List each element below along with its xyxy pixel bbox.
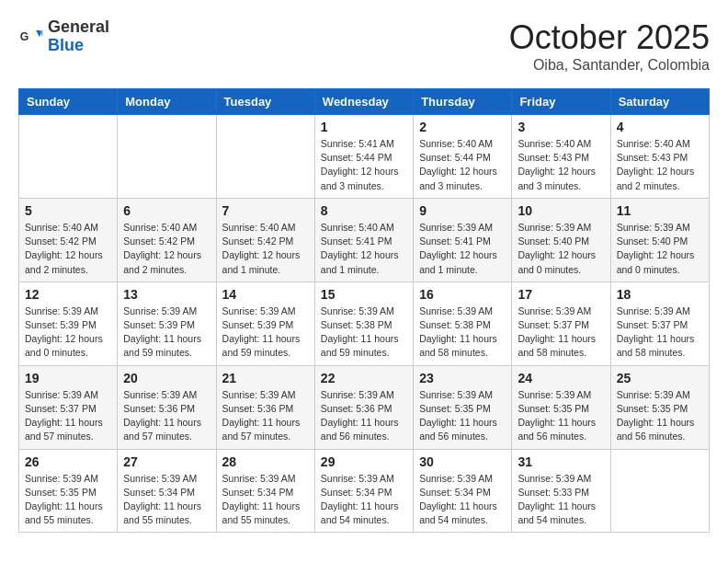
page-header: G General Blue October 2025 Oiba, Santan… <box>18 18 710 74</box>
logo: G General Blue <box>18 18 109 55</box>
svg-text:G: G <box>20 29 29 42</box>
day-number: 4 <box>617 120 703 134</box>
day-info: Sunrise: 5:39 AM Sunset: 5:36 PM Dayligh… <box>222 388 309 444</box>
weekday-header-sunday: Sunday <box>19 89 118 115</box>
week-row-1: 1Sunrise: 5:41 AM Sunset: 5:44 PM Daylig… <box>19 115 710 199</box>
day-info: Sunrise: 5:39 AM Sunset: 5:35 PM Dayligh… <box>617 388 703 444</box>
day-number: 24 <box>518 371 604 385</box>
day-number: 31 <box>518 454 604 469</box>
day-number: 20 <box>123 371 210 385</box>
day-info: Sunrise: 5:41 AM Sunset: 5:44 PM Dayligh… <box>321 137 407 193</box>
day-info: Sunrise: 5:39 AM Sunset: 5:38 PM Dayligh… <box>419 304 506 361</box>
day-info: Sunrise: 5:39 AM Sunset: 5:40 PM Dayligh… <box>518 221 604 277</box>
calendar-cell: 4Sunrise: 5:40 AM Sunset: 5:43 PM Daylig… <box>610 115 709 199</box>
day-info: Sunrise: 5:39 AM Sunset: 5:39 PM Dayligh… <box>222 304 309 361</box>
day-number: 29 <box>321 454 407 469</box>
calendar-cell: 19Sunrise: 5:39 AM Sunset: 5:37 PM Dayli… <box>19 365 118 449</box>
day-number: 8 <box>321 203 407 218</box>
logo-text: General Blue <box>48 18 109 55</box>
logo-blue: Blue <box>48 37 109 55</box>
day-info: Sunrise: 5:40 AM Sunset: 5:42 PM Dayligh… <box>123 221 210 277</box>
day-number: 27 <box>123 454 210 469</box>
day-info: Sunrise: 5:40 AM Sunset: 5:42 PM Dayligh… <box>25 221 111 277</box>
day-info: Sunrise: 5:39 AM Sunset: 5:39 PM Dayligh… <box>123 304 210 361</box>
day-info: Sunrise: 5:39 AM Sunset: 5:37 PM Dayligh… <box>25 388 111 444</box>
calendar-cell <box>610 449 709 533</box>
calendar-cell: 13Sunrise: 5:39 AM Sunset: 5:39 PM Dayli… <box>118 282 216 365</box>
day-info: Sunrise: 5:39 AM Sunset: 5:39 PM Dayligh… <box>25 304 111 361</box>
title-block: October 2025 Oiba, Santander, Colombia <box>509 18 710 74</box>
day-number: 15 <box>321 287 407 302</box>
calendar-cell: 20Sunrise: 5:39 AM Sunset: 5:36 PM Dayli… <box>118 365 216 449</box>
weekday-header-row: SundayMondayTuesdayWednesdayThursdayFrid… <box>19 89 710 115</box>
day-info: Sunrise: 5:39 AM Sunset: 5:33 PM Dayligh… <box>518 472 604 528</box>
day-number: 10 <box>518 203 604 218</box>
day-info: Sunrise: 5:40 AM Sunset: 5:43 PM Dayligh… <box>518 137 604 193</box>
day-number: 26 <box>25 454 111 469</box>
month-title: October 2025 <box>509 18 710 57</box>
calendar-cell: 26Sunrise: 5:39 AM Sunset: 5:35 PM Dayli… <box>19 449 118 533</box>
calendar-cell: 17Sunrise: 5:39 AM Sunset: 5:37 PM Dayli… <box>512 282 610 365</box>
day-info: Sunrise: 5:39 AM Sunset: 5:34 PM Dayligh… <box>123 472 210 528</box>
day-info: Sunrise: 5:39 AM Sunset: 5:34 PM Dayligh… <box>419 472 506 528</box>
week-row-4: 19Sunrise: 5:39 AM Sunset: 5:37 PM Dayli… <box>19 365 710 449</box>
day-number: 14 <box>222 287 309 302</box>
calendar-cell: 11Sunrise: 5:39 AM Sunset: 5:40 PM Dayli… <box>610 198 709 282</box>
calendar-cell: 5Sunrise: 5:40 AM Sunset: 5:42 PM Daylig… <box>19 198 118 282</box>
calendar-cell: 9Sunrise: 5:39 AM Sunset: 5:41 PM Daylig… <box>414 198 512 282</box>
day-number: 1 <box>321 120 407 134</box>
logo-icon: G <box>18 24 44 50</box>
day-number: 3 <box>518 120 604 134</box>
day-info: Sunrise: 5:39 AM Sunset: 5:36 PM Dayligh… <box>123 388 210 444</box>
logo-general: General <box>48 18 109 37</box>
day-number: 21 <box>222 371 309 385</box>
calendar-cell: 29Sunrise: 5:39 AM Sunset: 5:34 PM Dayli… <box>314 449 413 533</box>
calendar-cell: 21Sunrise: 5:39 AM Sunset: 5:36 PM Dayli… <box>216 365 314 449</box>
day-number: 16 <box>419 287 506 302</box>
day-info: Sunrise: 5:39 AM Sunset: 5:35 PM Dayligh… <box>518 388 604 444</box>
calendar-cell: 24Sunrise: 5:39 AM Sunset: 5:35 PM Dayli… <box>512 365 610 449</box>
weekday-header-monday: Monday <box>118 89 216 115</box>
calendar-cell: 6Sunrise: 5:40 AM Sunset: 5:42 PM Daylig… <box>118 198 216 282</box>
weekday-header-wednesday: Wednesday <box>314 89 413 115</box>
calendar-cell: 7Sunrise: 5:40 AM Sunset: 5:42 PM Daylig… <box>216 198 314 282</box>
calendar-cell <box>118 115 216 199</box>
day-info: Sunrise: 5:39 AM Sunset: 5:34 PM Dayligh… <box>222 472 309 528</box>
day-info: Sunrise: 5:40 AM Sunset: 5:42 PM Dayligh… <box>222 221 309 277</box>
calendar-cell: 28Sunrise: 5:39 AM Sunset: 5:34 PM Dayli… <box>216 449 314 533</box>
day-info: Sunrise: 5:39 AM Sunset: 5:40 PM Dayligh… <box>617 221 703 277</box>
day-info: Sunrise: 5:40 AM Sunset: 5:43 PM Dayligh… <box>617 137 703 193</box>
calendar-cell: 31Sunrise: 5:39 AM Sunset: 5:33 PM Dayli… <box>512 449 610 533</box>
calendar-cell: 25Sunrise: 5:39 AM Sunset: 5:35 PM Dayli… <box>610 365 709 449</box>
calendar-cell: 15Sunrise: 5:39 AM Sunset: 5:38 PM Dayli… <box>314 282 413 365</box>
calendar-cell: 2Sunrise: 5:40 AM Sunset: 5:44 PM Daylig… <box>414 115 512 199</box>
weekday-header-tuesday: Tuesday <box>216 89 314 115</box>
calendar-cell: 8Sunrise: 5:40 AM Sunset: 5:41 PM Daylig… <box>314 198 413 282</box>
day-info: Sunrise: 5:39 AM Sunset: 5:35 PM Dayligh… <box>25 472 111 528</box>
calendar-cell: 3Sunrise: 5:40 AM Sunset: 5:43 PM Daylig… <box>512 115 610 199</box>
calendar-cell: 23Sunrise: 5:39 AM Sunset: 5:35 PM Dayli… <box>414 365 512 449</box>
day-number: 7 <box>222 203 309 218</box>
day-info: Sunrise: 5:40 AM Sunset: 5:41 PM Dayligh… <box>321 221 407 277</box>
day-info: Sunrise: 5:39 AM Sunset: 5:37 PM Dayligh… <box>518 304 604 361</box>
day-info: Sunrise: 5:39 AM Sunset: 5:36 PM Dayligh… <box>321 388 407 444</box>
day-number: 19 <box>25 371 111 385</box>
day-info: Sunrise: 5:39 AM Sunset: 5:38 PM Dayligh… <box>321 304 407 361</box>
day-number: 2 <box>419 120 506 134</box>
day-number: 25 <box>617 371 703 385</box>
day-number: 6 <box>123 203 210 218</box>
day-number: 23 <box>419 371 506 385</box>
day-number: 12 <box>25 287 111 302</box>
calendar-cell: 16Sunrise: 5:39 AM Sunset: 5:38 PM Dayli… <box>414 282 512 365</box>
calendar-cell: 12Sunrise: 5:39 AM Sunset: 5:39 PM Dayli… <box>19 282 118 365</box>
weekday-header-saturday: Saturday <box>610 89 709 115</box>
calendar-cell: 14Sunrise: 5:39 AM Sunset: 5:39 PM Dayli… <box>216 282 314 365</box>
weekday-header-friday: Friday <box>512 89 610 115</box>
calendar-cell: 18Sunrise: 5:39 AM Sunset: 5:37 PM Dayli… <box>610 282 709 365</box>
calendar-cell: 30Sunrise: 5:39 AM Sunset: 5:34 PM Dayli… <box>414 449 512 533</box>
week-row-5: 26Sunrise: 5:39 AM Sunset: 5:35 PM Dayli… <box>19 449 710 533</box>
calendar-cell <box>216 115 314 199</box>
calendar-cell: 22Sunrise: 5:39 AM Sunset: 5:36 PM Dayli… <box>314 365 413 449</box>
day-number: 11 <box>617 203 703 218</box>
day-info: Sunrise: 5:39 AM Sunset: 5:37 PM Dayligh… <box>617 304 703 361</box>
